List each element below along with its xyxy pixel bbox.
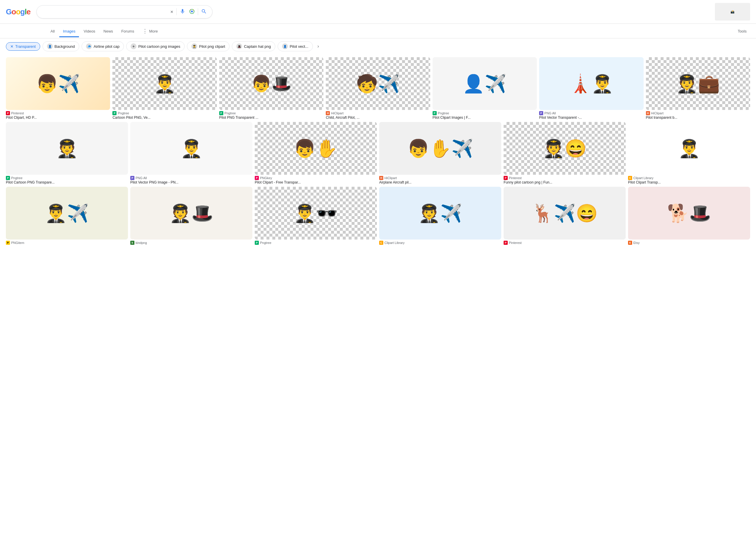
image-row-2: 🧑‍✈️ PPngtree Pilot Cartoon PNG Transpar…	[6, 122, 750, 184]
header-right: 📸	[715, 3, 750, 20]
search-input[interactable]: transparent pilot clipart	[41, 9, 167, 14]
source-label: HiClipart	[385, 176, 397, 180]
voice-search-button[interactable]	[179, 8, 186, 16]
image-thumb: 🧑‍✈️💼	[646, 57, 750, 110]
image-title: Pilot Clipart Images | F...	[433, 115, 537, 120]
search-box: transparent pilot clipart ✕	[37, 5, 212, 18]
favicon: P	[130, 176, 134, 180]
chip-pilot-vect[interactable]: 👤 Pilot vect...	[278, 41, 313, 51]
image-item[interactable]: 🧑‍✈️ PPngtree Pilot Cartoon PNG Transpar…	[6, 122, 128, 184]
favicon: P	[503, 176, 508, 180]
image-title: Pilot Cartoon PNG Transpare...	[6, 180, 128, 184]
image-thumb: 👨‍✈️✈️	[6, 187, 128, 240]
favicon: C	[628, 176, 632, 180]
image-item[interactable]: 👦✋ PPNGkey Pilot Clipart - Free Transpar…	[255, 122, 377, 184]
image-thumb: 👦🎩	[219, 57, 323, 110]
image-title: Pilot Vector PNG Image - PN...	[130, 180, 253, 184]
image-thumb: 👨‍✈️	[130, 122, 253, 175]
image-item[interactable]: 🧑‍✈️😄 PPinterest Funny pilot cartoon png…	[503, 122, 626, 184]
chip-cartoon-thumb: ✈	[131, 43, 136, 49]
nav-forums[interactable]: Forums	[118, 26, 138, 37]
image-item[interactable]: 🗼👨‍✈️ PPNG All Pilot Vector Transparent …	[539, 57, 643, 120]
image-item[interactable]: 👤✈️ PPngtree Pilot Clipart Images | F...	[433, 57, 537, 120]
nav-more[interactable]: ⋮ More	[139, 25, 161, 38]
source-label: HiClipart	[651, 112, 663, 115]
chip-vect-thumb: 👤	[282, 43, 288, 49]
source-label: Pngtree	[438, 112, 449, 115]
image-item[interactable]: 🧑‍✈️🎩 kkindpng	[130, 187, 253, 245]
chip-bg-thumb: 👤	[47, 43, 53, 49]
chip-transparent[interactable]: ✕ Transparent	[6, 42, 40, 51]
image-title: Pilot Clipart, HD P...	[6, 115, 110, 120]
image-item[interactable]: 👨‍✈️✈️ PPNGitem	[6, 187, 128, 245]
divider	[176, 8, 177, 15]
image-item[interactable]: 🧑‍✈️💼 HHiClipart Pilot transparent b...	[646, 57, 750, 120]
source-label: PNGkey	[260, 176, 272, 180]
nav-news[interactable]: News	[100, 26, 117, 37]
header: Google transparent pilot clipart ✕ 📸	[0, 0, 756, 24]
more-dots-icon: ⋮	[142, 28, 148, 34]
image-thumb: 👤✈️	[433, 57, 537, 110]
search-button[interactable]	[201, 8, 207, 16]
image-item[interactable]: 👦✋✈️ HHiClipart Airplane Aircraft pil...	[379, 122, 501, 184]
source-label: Clipart Library	[633, 176, 653, 180]
favicon: C	[379, 241, 383, 245]
image-item[interactable]: 👦✈️ PPinterest Pilot Clipart, HD P...	[6, 57, 110, 120]
image-item[interactable]: 👨‍✈️ PPNG All Pilot Vector PNG Image - P…	[130, 122, 253, 184]
lens-button[interactable]	[188, 8, 196, 16]
image-thumb: 👨‍✈️🕶️	[255, 187, 377, 240]
image-item[interactable]: 🦌✈️😄 PPinterest	[503, 187, 626, 245]
chip-background[interactable]: 👤 Background	[42, 41, 79, 51]
image-item[interactable]: 👨‍✈️ CClipart Library Pilot Clipart Tran…	[628, 122, 750, 184]
nav-images[interactable]: Images	[59, 26, 79, 37]
image-thumb: 👨‍✈️	[112, 57, 217, 110]
image-thumb: 🧑‍✈️🎩	[130, 187, 253, 240]
image-item[interactable]: 🧑‍✈️✈️ CClipart Library	[379, 187, 501, 245]
nav-videos[interactable]: Videos	[80, 26, 99, 37]
source-label: Pinterest	[11, 112, 24, 115]
chip-cartoon[interactable]: ✈ Pilot cartoon png images	[126, 41, 185, 51]
image-thumb: 🦌✈️😄	[503, 187, 626, 240]
favicon: P	[6, 111, 10, 115]
image-thumb: 👦✋	[255, 122, 377, 175]
favicon: P	[433, 111, 437, 115]
image-item[interactable]: 👨‍✈️🕶️ PPngtree	[255, 187, 377, 245]
source-label: PNGitem	[11, 241, 24, 244]
nav-all[interactable]: All	[47, 26, 58, 37]
image-title: Funny pilot cartoon png | Fun...	[503, 180, 626, 184]
favicon: P	[255, 176, 259, 180]
image-grid: 👦✈️ PPinterest Pilot Clipart, HD P... 👨‍…	[0, 54, 756, 250]
divider2	[198, 8, 198, 15]
source-label: Pngtree	[260, 241, 271, 244]
image-item[interactable]: 🧒✈️ HHiClipart Child, Aircraft Pilot, ..…	[326, 57, 430, 120]
nav-tools[interactable]: Tools	[734, 26, 750, 37]
google-logo[interactable]: Google	[6, 7, 31, 16]
clear-button[interactable]: ✕	[170, 9, 174, 15]
chip-captain-hat[interactable]: 🎩 Captain hat png	[232, 41, 275, 51]
image-title: Pilot Clipart - Free Transpar...	[255, 180, 377, 184]
image-row-1: 👦✈️ PPinterest Pilot Clipart, HD P... 👨‍…	[6, 57, 750, 120]
source-label: Pngtree	[11, 176, 23, 180]
favicon: H	[326, 111, 330, 115]
nav-bar: All Images Videos News Forums ⋮ More Too…	[0, 24, 756, 38]
image-thumb: 🐕🎩	[628, 187, 750, 240]
favicon: H	[646, 111, 650, 115]
chip-clipart-thumb: 👨‍✈️	[191, 43, 197, 49]
favicon: E	[628, 241, 632, 245]
favicon: P	[112, 111, 117, 115]
chip-airline-cap[interactable]: 🧢 Airline pilot cap	[82, 41, 124, 51]
image-thumb: 👦✈️	[6, 57, 110, 110]
chip-png-clipart[interactable]: 👨‍✈️ Pilot png clipart	[187, 41, 230, 51]
image-title: Pilot transparent b...	[646, 115, 750, 120]
chip-hat-thumb: 🎩	[236, 43, 242, 49]
favicon: P	[255, 241, 259, 245]
image-item[interactable]: 🐕🎩 EEtsy	[628, 187, 750, 245]
chips-next-arrow[interactable]: ›	[315, 42, 321, 50]
image-thumb: 🧒✈️	[326, 57, 430, 110]
chip-x-icon: ✕	[10, 44, 14, 49]
image-item[interactable]: 👨‍✈️ PPngtree Cartoon Pilot PNG, Ve...	[112, 57, 217, 120]
image-thumb: 🧑‍✈️	[6, 122, 128, 175]
image-title: Child, Aircraft Pilot, ...	[326, 115, 430, 120]
source-label: kindpng	[136, 241, 147, 244]
image-item[interactable]: 👦🎩 PPngtree Pilot PNG Transparent ...	[219, 57, 323, 120]
